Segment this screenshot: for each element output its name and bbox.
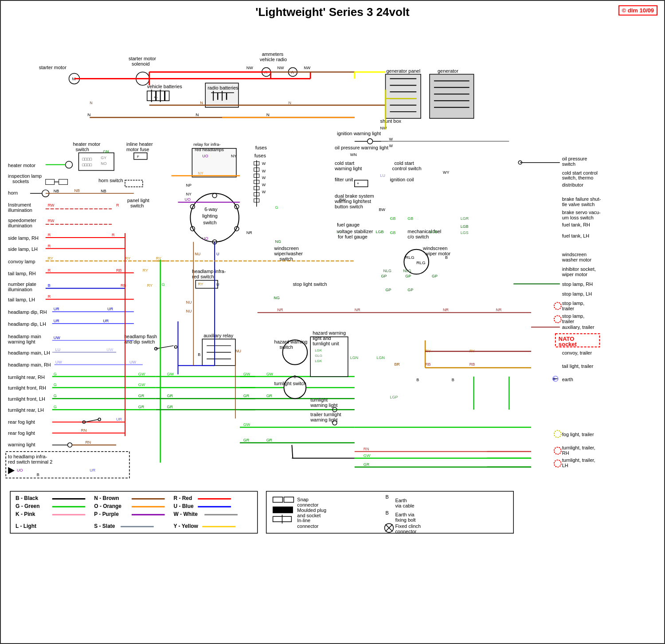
svg-text:inline heater: inline heater xyxy=(126,141,153,147)
svg-text:GW: GW xyxy=(243,372,250,376)
svg-text:light and: light and xyxy=(313,336,331,341)
svg-text:RY: RY xyxy=(198,282,203,286)
svg-text:turnlight switch: turnlight switch xyxy=(274,381,306,386)
svg-text:LGR: LGR xyxy=(461,216,469,221)
svg-text:turnlight front, RH: turnlight front, RH xyxy=(8,385,46,390)
svg-text:GW: GW xyxy=(167,372,174,376)
svg-text:LGP: LGP xyxy=(390,395,398,399)
svg-text:Y - Yellow: Y - Yellow xyxy=(174,523,199,529)
svg-text:NW: NW xyxy=(278,66,284,70)
svg-text:UR: UR xyxy=(116,417,122,422)
svg-text:heater motor: heater motor xyxy=(73,141,101,147)
svg-text:Fixed clinch: Fixed clinch xyxy=(395,523,421,529)
svg-text:B: B xyxy=(416,378,419,382)
svg-text:headlamp infra-: headlamp infra- xyxy=(192,269,226,274)
svg-text:GR: GR xyxy=(266,438,273,442)
svg-text:voltage stabilizer: voltage stabilizer xyxy=(337,229,373,234)
svg-text:NR: NR xyxy=(355,308,360,312)
svg-text:warning light/test: warning light/test xyxy=(334,199,371,204)
svg-text:UW: UW xyxy=(106,347,113,352)
svg-text:NB: NB xyxy=(101,189,106,193)
svg-text:headlamp main: headlamp main xyxy=(8,334,41,339)
svg-text:um loss switch: um loss switch xyxy=(562,215,594,220)
svg-text:GLG: GLG xyxy=(315,354,322,358)
svg-text:starter motor: starter motor xyxy=(39,65,66,70)
svg-text:U: U xyxy=(216,282,219,287)
svg-text:illumination: illumination xyxy=(8,207,32,213)
svg-text:LGK: LGK xyxy=(315,359,322,363)
svg-text:inspection lamp: inspection lamp xyxy=(8,173,42,179)
svg-text:for fuel gauge: for fuel gauge xyxy=(338,234,368,239)
svg-text:Earth via: Earth via xyxy=(395,512,415,517)
svg-text:GR: GR xyxy=(138,394,145,398)
svg-text:B: B xyxy=(293,375,296,379)
svg-text:G: G xyxy=(54,382,57,387)
svg-text:LGK: LGK xyxy=(315,348,322,352)
svg-text:+  -: + - xyxy=(154,95,158,99)
svg-text:relay for infra-: relay for infra- xyxy=(193,142,220,147)
svg-text:NB: NB xyxy=(74,188,79,193)
svg-text:tail light, trailer: tail light, trailer xyxy=(562,363,594,369)
svg-text:switch: switch xyxy=(280,256,293,262)
svg-text:RY: RY xyxy=(125,256,130,261)
svg-text:socket: socket xyxy=(559,341,577,347)
main-container: 'Lightweight' Series 3 24volt © dlm 10/0… xyxy=(0,0,665,644)
svg-text:wiper motor: wiper motor xyxy=(562,272,587,277)
svg-text:ignition warning light: ignition warning light xyxy=(337,131,381,136)
svg-text:N: N xyxy=(87,112,90,117)
svg-text:B: B xyxy=(445,255,448,260)
svg-text:BR: BR xyxy=(394,362,400,367)
svg-text:GY: GY xyxy=(101,156,106,160)
svg-text:NP: NP xyxy=(186,183,191,187)
svg-text:dual brake system: dual brake system xyxy=(335,193,374,199)
svg-text:vehicle batteries: vehicle batteries xyxy=(147,84,183,89)
svg-text:N: N xyxy=(288,101,291,105)
svg-text:fuses: fuses xyxy=(255,145,267,150)
svg-text:W: W xyxy=(389,137,393,141)
svg-rect-417 xyxy=(273,507,283,513)
svg-text:NR: NR xyxy=(246,230,252,235)
svg-text:c/o switch: c/o switch xyxy=(407,234,429,239)
svg-text:turnlight unit: turnlight unit xyxy=(313,341,339,346)
svg-text:fuel tank, RH: fuel tank, RH xyxy=(562,222,590,227)
svg-text:switch: switch xyxy=(562,161,575,167)
svg-text:NLG: NLG xyxy=(383,269,391,273)
svg-text:side lamp, RH: side lamp, RH xyxy=(8,235,39,241)
svg-text:R: R xyxy=(116,203,119,207)
svg-text:GN: GN xyxy=(103,149,109,154)
svg-text:earth: earth xyxy=(562,377,573,382)
svg-text:to headlamp infra-: to headlamp infra- xyxy=(8,454,47,459)
svg-text:auxiliary, trailer: auxiliary, trailer xyxy=(562,324,595,330)
svg-text:GB: GB xyxy=(390,230,395,235)
svg-text:red switch: red switch xyxy=(192,274,214,279)
svg-text:Earth: Earth xyxy=(395,498,407,503)
svg-text:shunt box: shunt box xyxy=(380,118,402,124)
svg-text:fog light, trailer: fog light, trailer xyxy=(562,432,594,437)
svg-text:turnlight, trailer,: turnlight, trailer, xyxy=(562,457,595,463)
svg-text:ignition coil: ignition coil xyxy=(390,177,414,182)
svg-text:tle valve switch: tle valve switch xyxy=(562,202,595,207)
svg-text:Instrument: Instrument xyxy=(8,202,31,207)
svg-text:fuses: fuses xyxy=(254,153,266,158)
svg-text:vehicle    radio: vehicle radio xyxy=(260,57,287,62)
svg-text:NLG: NLG xyxy=(403,269,411,273)
svg-text:headlamp main, RH: headlamp main, RH xyxy=(8,362,51,367)
svg-text:filter unit: filter unit xyxy=(335,177,353,182)
svg-text:warning light: warning light xyxy=(310,402,337,408)
svg-text:oil pressure: oil pressure xyxy=(562,156,587,161)
svg-text:NR: NR xyxy=(443,308,449,312)
svg-text:B: B xyxy=(37,472,39,477)
svg-text:radio batteries: radio batteries xyxy=(207,85,239,90)
svg-text:W - White: W - White xyxy=(174,511,198,517)
svg-text:warning light: warning light xyxy=(8,339,35,344)
svg-text:NU: NU xyxy=(186,300,192,304)
svg-text:LU: LU xyxy=(55,347,60,352)
svg-text:red headlamps: red headlamps xyxy=(195,147,224,152)
svg-text:fuel tank, LH: fuel tank, LH xyxy=(562,233,589,238)
svg-text:control switch: control switch xyxy=(392,166,421,171)
svg-text:convoy, trailer: convoy, trailer xyxy=(562,350,592,355)
title-area: 'Lightweight' Series 3 24volt © dlm 10/0… xyxy=(1,1,664,21)
svg-text:brake servo vacu-: brake servo vacu- xyxy=(562,210,601,215)
svg-text:trailer: trailer xyxy=(562,319,575,324)
svg-text:N: N xyxy=(200,101,203,105)
